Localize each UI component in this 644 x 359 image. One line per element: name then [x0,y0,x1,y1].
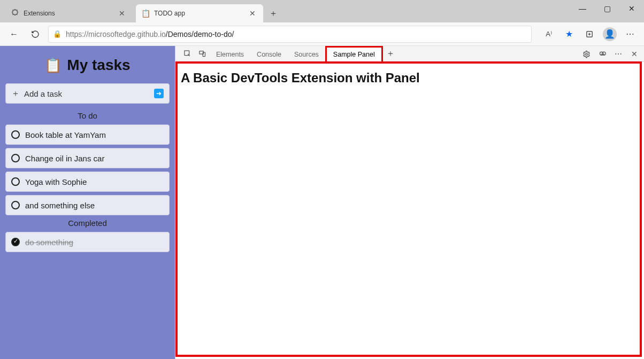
browser-tab-label: TODO app [154,10,185,17]
checkbox-icon[interactable] [11,201,20,209]
devtools: Elements Console Sources Sample Panel ＋ … [175,46,644,359]
panel-heading: A Basic DevTools Extension with Panel [175,62,644,94]
close-devtools-icon[interactable]: ✕ [628,50,641,58]
checkbox-icon[interactable] [11,154,20,162]
devtools-right-icons: ⋯ ✕ [580,46,641,62]
todo-app: 📋 My tasks ＋ Add a task ➜ To do Book tab… [0,46,175,359]
read-aloud-icon[interactable]: A⁾ [540,26,557,43]
minimize-button[interactable]: — [570,0,595,17]
content-area: 📋 My tasks ＋ Add a task ➜ To do Book tab… [0,46,644,359]
inspect-element-icon[interactable] [180,46,195,61]
devtools-tab-sources[interactable]: Sources [288,46,325,61]
checkbox-icon[interactable] [11,130,20,139]
add-task-input[interactable]: ＋ Add a task ➜ [5,83,170,104]
gear-icon[interactable] [580,50,593,58]
close-icon[interactable]: ✕ [247,9,258,18]
page-title: 📋 My tasks [5,57,170,74]
task-item[interactable]: Book table at YamYam [5,124,170,145]
devtools-tab-console[interactable]: Console [250,46,288,61]
devtools-tab-elements[interactable]: Elements [210,46,250,61]
toolbar-right: A⁾ ★ 👤 ⋯ [540,26,639,43]
task-label: Change oil in Jans car [25,154,104,163]
url-path: /Demos/demo-to-do/ [166,30,234,38]
titlebar: Extensions ✕ 📋 TODO app ✕ ＋ — ▢ ✕ [0,0,644,22]
task-item[interactable]: and something else [5,195,170,215]
checkbox-icon[interactable] [11,177,20,186]
more-icon[interactable]: ⋯ [612,50,625,58]
submit-arrow-icon[interactable]: ➜ [154,89,164,98]
new-tab-button[interactable]: ＋ [265,5,281,21]
task-item[interactable]: Yoga with Sophie [5,171,170,192]
url-text: https://microsoftedge.github.io/Demos/de… [66,30,234,38]
lock-icon: 🔒 [53,30,62,38]
address-toolbar: ← 🔒 https://microsoftedge.github.io/Demo… [0,22,644,46]
clipboard-icon: 📋 [44,57,62,74]
menu-button[interactable]: ⋯ [622,26,639,43]
task-label: Book table at YamYam [25,130,106,139]
close-window-button[interactable]: ✕ [619,0,644,17]
section-todo-label: To do [5,111,170,120]
close-icon[interactable]: ✕ [117,9,127,18]
puzzle-icon [11,9,19,18]
devtools-panel: A Basic DevTools Extension with Panel [175,62,644,359]
url-host: https://microsoftedge.github.io [66,30,166,38]
section-completed-label: Completed [5,218,170,228]
device-toggle-icon[interactable] [195,46,210,61]
add-task-placeholder: Add a task [24,89,150,98]
checkbox-checked-icon[interactable] [11,238,20,246]
todo-heading: My tasks [67,57,130,74]
browser-tab-label: Extensions [24,10,55,17]
favorite-icon[interactable]: ★ [561,26,578,43]
plus-icon: ＋ [11,88,20,99]
browser-tab-todo[interactable]: 📋 TODO app ✕ [136,4,263,22]
collections-icon[interactable] [581,26,598,43]
task-label: do something [25,238,73,247]
back-button[interactable]: ← [5,26,22,43]
browser-tab-extensions[interactable]: Extensions ✕ [5,4,133,22]
task-label: Yoga with Sophie [25,177,87,186]
feedback-icon[interactable] [596,50,609,58]
clipboard-icon: 📋 [141,9,150,18]
task-item[interactable]: Change oil in Jans car [5,148,170,168]
devtools-tabs: Elements Console Sources Sample Panel ＋ … [175,46,644,62]
address-bar[interactable]: 🔒 https://microsoftedge.github.io/Demos/… [48,26,532,43]
task-item-done[interactable]: do something [5,232,170,252]
profile-button[interactable]: 👤 [601,26,618,43]
maximize-button[interactable]: ▢ [595,0,619,17]
add-tab-icon[interactable]: ＋ [383,46,398,61]
refresh-button[interactable] [27,26,44,43]
task-label: and something else [25,201,95,210]
window-controls: — ▢ ✕ [570,0,644,17]
avatar-icon: 👤 [603,27,617,41]
highlight-border [175,61,642,357]
devtools-tab-sample-panel[interactable]: Sample Panel [325,46,383,61]
svg-point-4 [585,53,587,55]
